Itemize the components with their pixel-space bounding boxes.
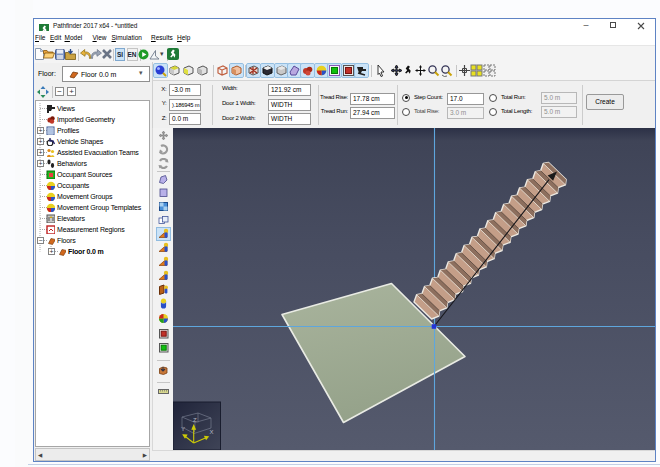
svg-text:Y: Y: [181, 426, 185, 432]
svg-text:X: X: [210, 429, 214, 435]
svg-text:Z: Z: [193, 417, 197, 423]
